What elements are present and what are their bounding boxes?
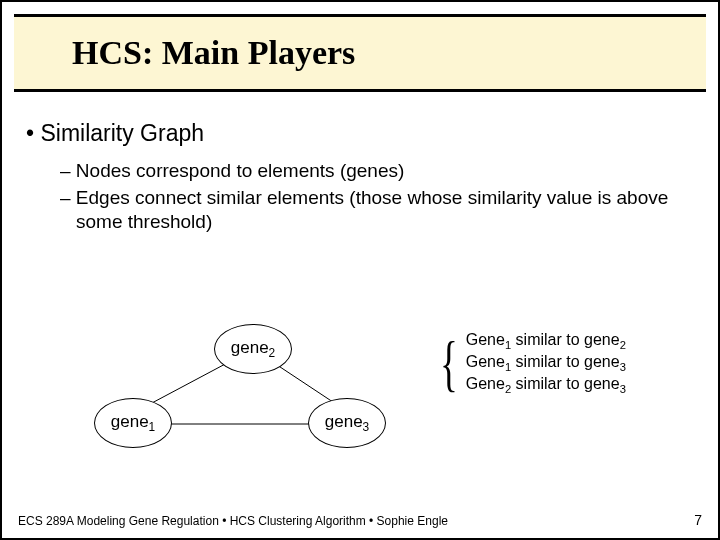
node-gene3-label: gene3 [325,412,369,434]
bullet-topic: Similarity Graph [26,120,694,147]
node-gene3: gene3 [308,398,386,448]
sublist: Nodes correspond to elements (genes) Edg… [60,159,694,235]
sub-point-2: Edges connect similar elements (those wh… [60,186,694,235]
annotation-3: Gene2 similar to gene3 [466,374,626,396]
node-gene2: gene2 [214,324,292,374]
title-band: HCS: Main Players [14,14,706,92]
footer-text: ECS 289A Modeling Gene Regulation • HCS … [18,514,448,528]
page-number: 7 [694,512,702,528]
topic-text: Similarity Graph [40,120,204,146]
node-gene1: gene1 [94,398,172,448]
page-title: HCS: Main Players [72,34,355,72]
node-gene2-label: gene2 [231,338,275,360]
annotation-group: { Gene1 similar to gene2 Gene1 similar t… [434,330,626,397]
annotation-2: Gene1 similar to gene3 [466,352,626,374]
annotation-1: Gene1 similar to gene2 [466,330,626,352]
sub-point-1: Nodes correspond to elements (genes) [60,159,694,184]
footer: ECS 289A Modeling Gene Regulation • HCS … [18,512,702,528]
content-area: Similarity Graph Nodes correspond to ele… [26,120,694,237]
similarity-graph-diagram: gene2 gene1 gene3 { Gene1 similar to gen… [2,282,720,482]
brace-icon: { [440,332,458,394]
node-gene1-label: gene1 [111,412,155,434]
annotation-lines: Gene1 similar to gene2 Gene1 similar to … [466,330,626,397]
